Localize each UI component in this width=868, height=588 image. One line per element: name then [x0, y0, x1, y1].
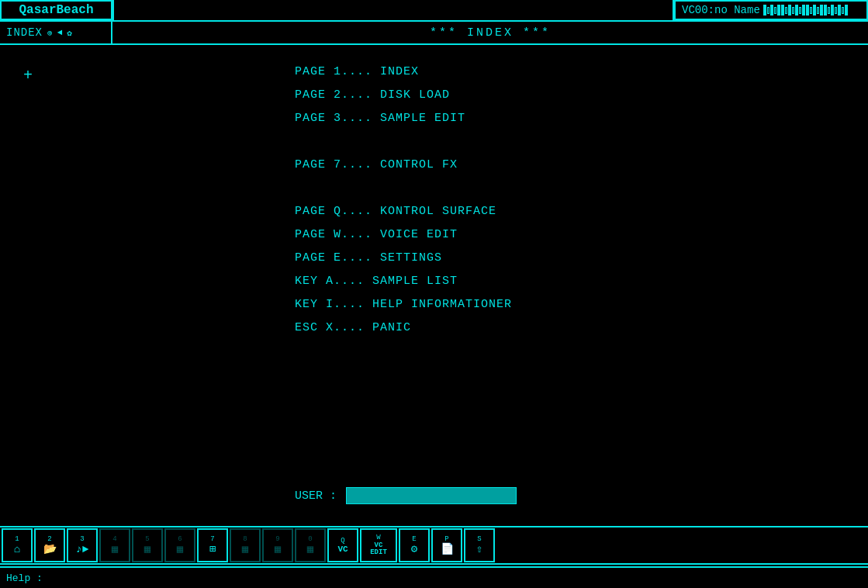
menu-item-esc[interactable]: ESC X.... PANIC: [295, 316, 512, 340]
logo: QasarBeach: [0, 0, 112, 20]
index-icon-1: ⊕: [47, 28, 53, 38]
toolbar: 1 ⌂ 2 📂 3 ♪► 4 ▦ 5 ▦ 6 ▦ 7 ⊞ 8 ▦ 9 ▦ 0 ▦…: [0, 526, 868, 565]
toolbar-btn-3[interactable]: 3 ♪►: [67, 528, 98, 562]
toolbar-btn-6[interactable]: 6 ▦: [164, 528, 195, 562]
menu-item-3[interactable]: PAGE 3.... SAMPLE EDIT: [295, 107, 512, 130]
toolbar-btn-1[interactable]: 1 ⌂: [2, 528, 33, 562]
help-label: Help :: [6, 572, 43, 584]
menu-item-q[interactable]: PAGE Q.... KONTROL SURFACE: [295, 200, 512, 223]
toolbar-btn-2[interactable]: 2 📂: [34, 528, 65, 562]
menu-list: PAGE 1.... INDEX PAGE 2.... DISK LOAD PA…: [295, 61, 512, 340]
user-area: USER :: [295, 487, 517, 504]
toolbar-btn-5[interactable]: 5 ▦: [132, 528, 163, 562]
vc-label: VC00:no Name: [674, 0, 868, 20]
status-bar: Help :: [0, 566, 868, 588]
user-label: USER :: [295, 489, 337, 503]
toolbar-btn-8[interactable]: 8 ▦: [230, 528, 261, 562]
page-title: *** INDEX ***: [112, 22, 868, 43]
index-label: INDEX ⊕ ◄ ✿: [0, 22, 112, 43]
menu-item-w[interactable]: PAGE W.... VOICE EDIT: [295, 223, 512, 247]
input-bar: [112, 0, 674, 20]
toolbar-btn-7[interactable]: 7 ⊞: [197, 528, 228, 562]
toolbar-btn-0[interactable]: 0 ▦: [295, 528, 326, 562]
piano-roll-display: [763, 3, 848, 17]
menu-item-i[interactable]: KEY I.... HELP INFORMATIONER: [295, 293, 512, 316]
user-bar: [346, 487, 517, 504]
menu-item-2[interactable]: PAGE 2.... DISK LOAD: [295, 84, 512, 107]
index-icon-3: ✿: [67, 28, 72, 38]
toolbar-btn-q[interactable]: Q VC: [327, 528, 358, 562]
toolbar-btn-s[interactable]: S ⇧: [464, 528, 495, 562]
toolbar-btn-4[interactable]: 4 ▦: [99, 528, 130, 562]
toolbar-btn-9[interactable]: 9 ▦: [262, 528, 293, 562]
toolbar-btn-p[interactable]: P 📄: [431, 528, 462, 562]
index-icon-2: ◄: [57, 28, 63, 37]
toolbar-btn-w[interactable]: W VCEDIT: [360, 528, 397, 562]
crosshair: +: [23, 68, 33, 84]
menu-item-7[interactable]: PAGE 7.... CONTROL FX: [295, 154, 512, 177]
menu-item-e[interactable]: PAGE E.... SETTINGS: [295, 247, 512, 270]
menu-item-1[interactable]: PAGE 1.... INDEX: [295, 61, 512, 84]
toolbar-btn-e[interactable]: E ⚙: [399, 528, 430, 562]
menu-item-a[interactable]: KEY A.... SAMPLE LIST: [295, 270, 512, 293]
